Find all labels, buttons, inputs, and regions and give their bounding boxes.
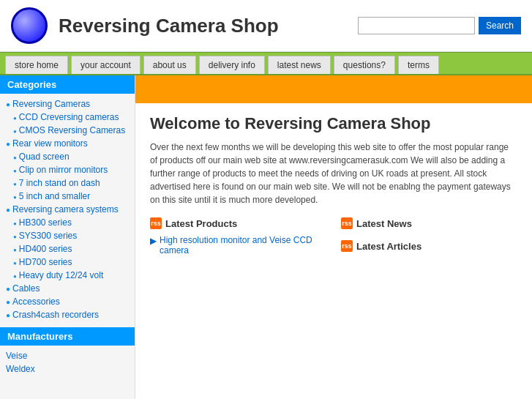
nav-latest-news[interactable]: latest news [268,56,331,74]
bullet-icon: ● [13,168,17,174]
bullet-icon: ● [13,273,17,280]
content-area: Welcome to Reversing Camera Shop Over th… [135,103,532,276]
bullet-icon: ● [6,298,10,306]
bullet-icon: ● [6,206,10,214]
list-item[interactable]: ●CMOS Reversing Cameras [0,124,135,137]
main-layout: Categories ●Reversing Cameras ●CCD Creve… [0,75,532,399]
latest-news-col: rss Latest News rss Latest Articles [341,217,517,258]
nav-store-home[interactable]: store home [5,56,68,74]
latest-products-header: rss Latest Products [150,217,326,229]
rss-icon: rss [150,217,162,229]
logo-icon [11,7,48,44]
bullet-icon: ● [13,234,17,240]
list-item[interactable]: ●HD700 series [0,256,135,269]
nav-delivery-info[interactable]: delivery info [199,56,265,74]
list-item[interactable]: ●HD400 series [0,242,135,256]
list-item[interactable]: ●SYS300 series [0,229,135,242]
bullet-icon: ● [13,194,17,201]
search-input[interactable] [358,17,475,34]
bullet-icon: ● [13,220,17,227]
manufacturers-header: Manufacturers [0,327,135,346]
list-item[interactable]: ●Quad screen [0,150,135,163]
rss-icon: rss [341,240,353,252]
list-item[interactable]: ●Crash4cash recorders [0,308,135,321]
list-item[interactable]: ●7 inch stand on dash [0,176,135,190]
bullet-icon: ● [13,260,17,266]
bullet-icon: ● [13,128,17,135]
search-area: Search [358,17,521,34]
nav-about-us[interactable]: about us [143,56,196,74]
bullet-icon: ● [13,181,17,187]
arrow-icon: ▶ [150,236,157,246]
orange-banner [135,75,532,103]
list-item[interactable]: ●Clip on mirror monitors [0,163,135,176]
bullet-icon: ● [6,140,10,148]
welcome-title: Welcome to Reversing Camera Shop [150,114,517,133]
list-item[interactable]: Veise [0,349,135,362]
product-link[interactable]: ▶ High resolution monitor and Veise CCD … [150,235,326,256]
list-item[interactable]: ●5 inch and smaller [0,190,135,203]
nav-questions[interactable]: questions? [334,56,395,74]
welcome-text: Over the next few months we will be deve… [150,141,517,206]
bullet-icon: ● [6,285,10,293]
search-button[interactable]: Search [479,17,521,34]
bullet-icon: ● [6,311,10,319]
list-item[interactable]: ●Accessories [0,295,135,308]
bullet-icon: ● [13,154,17,161]
bullet-icon: ● [13,247,17,253]
list-item[interactable]: ●Cables [0,282,135,295]
header: Reversing Camera Shop Search [0,0,532,52]
latest-products-col: rss Latest Products ▶ High resolution mo… [150,217,326,258]
list-item[interactable]: ●Reversing Cameras [0,97,135,111]
list-item[interactable]: ●Rear view monitors [0,137,135,150]
list-item[interactable]: ●Heavy duty 12/24 volt [0,269,135,282]
categories-header: Categories [0,75,135,94]
bullet-icon: ● [6,100,10,108]
rss-icon: rss [341,217,353,229]
navbar: store home your account about us deliver… [0,52,532,75]
latest-news-header: rss Latest News [341,217,517,229]
nav-terms[interactable]: terms [398,56,439,74]
sidebar: Categories ●Reversing Cameras ●CCD Creve… [0,75,135,399]
site-title: Reversing Camera Shop [59,15,358,37]
list-item[interactable]: ●HB300 series [0,216,135,229]
list-item[interactable]: Weldex [0,362,135,376]
latest-articles-header: rss Latest Articles [341,240,517,252]
nav-your-account[interactable]: your account [71,56,141,74]
sections-row: rss Latest Products ▶ High resolution mo… [150,217,517,258]
list-item[interactable]: ●Reversing camera systems [0,203,135,216]
bullet-icon: ● [13,115,17,122]
main-content: Welcome to Reversing Camera Shop Over th… [135,75,532,399]
list-item[interactable]: ●CCD Creversing cameras [0,111,135,124]
